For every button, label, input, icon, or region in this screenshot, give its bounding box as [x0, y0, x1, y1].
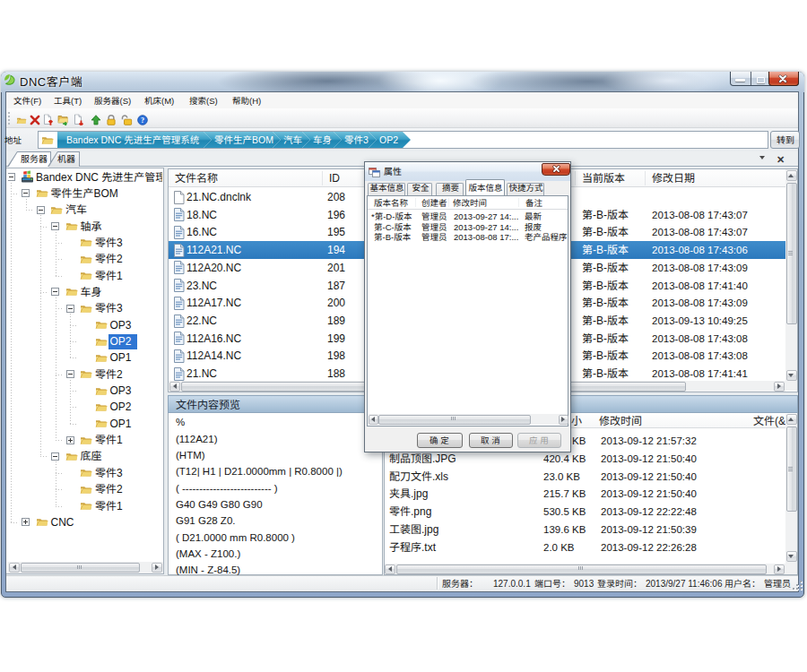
svg-text:?: ? [141, 116, 144, 125]
